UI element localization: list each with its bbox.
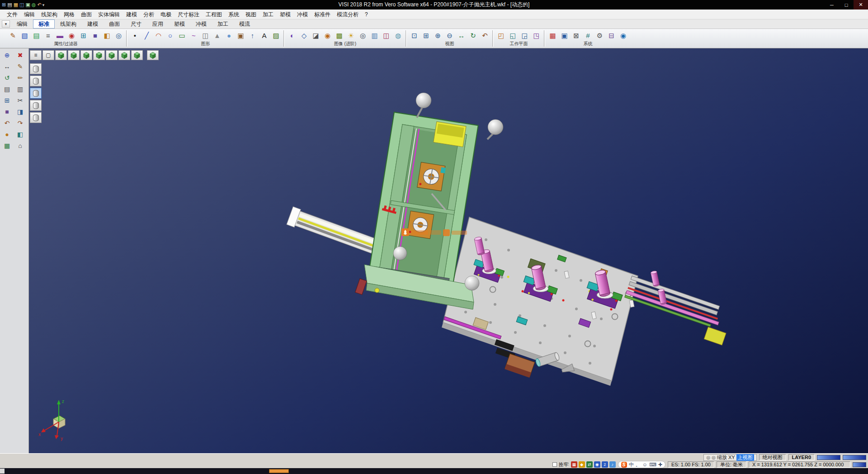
screen-icon[interactable]: ▣ — [559, 30, 570, 41]
pan-icon[interactable]: ↔ — [456, 30, 467, 41]
count-badge[interactable]: 2 — [602, 461, 608, 468]
zoom-mode-indicator[interactable]: ◎ ◎ 缩放 XY 上视图 — [703, 454, 756, 461]
menu-item[interactable]: 加工 — [259, 9, 277, 19]
palette-icon[interactable]: ▦ — [547, 30, 558, 41]
move-icon[interactable]: ↔ — [1, 61, 13, 72]
thickness-filter-icon[interactable]: ▬ — [54, 30, 66, 41]
visibility-filter-icon[interactable]: ◎ — [113, 30, 124, 41]
view-right-icon[interactable] — [93, 50, 105, 60]
layer-filter-icon[interactable]: ▤ — [31, 30, 42, 41]
taskbar-app-button[interactable] — [269, 469, 289, 473]
tab[interactable]: 建模 — [82, 19, 104, 28]
element-filter-icon[interactable]: ◉ — [66, 30, 77, 41]
shield-icon[interactable]: ◆ — [579, 461, 585, 468]
ime-punctuation[interactable]: 。 — [636, 462, 641, 467]
sogou-logo-icon[interactable]: S — [621, 462, 627, 468]
transparency-icon[interactable]: ◍ — [392, 30, 404, 41]
zoom-select-icon[interactable]: ⊕ — [1, 50, 13, 61]
ime-lang-toggle[interactable]: 中 — [629, 462, 634, 467]
menu-item[interactable]: 塑模 — [277, 9, 294, 19]
rotate-icon[interactable]: ↺ — [1, 72, 13, 83]
maximize-button[interactable]: □ — [839, 0, 854, 9]
zoom-in-icon[interactable]: ⊕ — [432, 30, 443, 41]
wireframe-icon[interactable]: ◇ — [298, 30, 310, 41]
undo-icon[interactable]: ↶ — [1, 118, 13, 128]
workplane-3point-icon[interactable]: ◲ — [519, 30, 530, 41]
solid-filter-icon[interactable]: ■ — [90, 30, 101, 41]
units-indicator[interactable]: 单位: 毫米 — [717, 461, 746, 468]
grid-snap-icon[interactable]: # — [582, 30, 594, 41]
scale-meter-1[interactable] — [817, 455, 840, 460]
ime-toolbox-icon[interactable]: ✚ — [658, 462, 662, 467]
mic-icon[interactable]: ♪ — [609, 461, 616, 468]
print-icon[interactable]: ▣ — [25, 2, 30, 7]
camera-icon[interactable]: ◎ — [357, 30, 368, 41]
filter-surfaces-icon[interactable] — [30, 88, 42, 99]
linetype-filter-icon[interactable]: ≡ — [42, 30, 54, 41]
workplane-entity-icon[interactable]: ◱ — [507, 30, 519, 41]
lock-toggle[interactable]: 拴牢 — [552, 461, 569, 468]
menu-item[interactable]: 文件 — [4, 9, 21, 19]
undo-icon[interactable]: ↶ — [37, 2, 41, 7]
calculator-icon[interactable]: ⊟ — [606, 30, 617, 41]
view-mode-indicator[interactable]: 绝对视图 — [759, 454, 786, 460]
table-icon[interactable]: ▦ — [1, 140, 13, 151]
zoom-all-icon[interactable]: ⊡ — [409, 30, 420, 41]
network-icon[interactable]: ◉ — [594, 461, 600, 468]
cylinder-icon[interactable]: ◫ — [200, 30, 211, 41]
light-icon[interactable]: ☀ — [345, 30, 357, 41]
delete-icon[interactable]: ✖ — [14, 50, 26, 61]
tool-red-icon[interactable]: ▦ — [571, 461, 577, 468]
menu-item[interactable]: 模流分析 — [334, 9, 362, 19]
lock-checkbox[interactable] — [552, 462, 557, 467]
ime-toolbar[interactable]: S 中。☺⌨✚ — [618, 461, 665, 468]
cad-model[interactable] — [29, 48, 868, 453]
solid-icon[interactable]: ■ — [1, 106, 13, 117]
menu-item[interactable]: 曲面 — [78, 9, 95, 19]
hidden-line-icon[interactable]: ◪ — [310, 30, 321, 41]
view-iso-icon[interactable] — [55, 50, 67, 60]
tab[interactable]: 尺寸 — [125, 19, 147, 28]
ime-emoji-icon[interactable]: ☺ — [642, 462, 647, 467]
menu-item[interactable]: 分析 — [140, 9, 157, 19]
menu-item[interactable]: 尺寸标注 — [175, 9, 203, 19]
arc-icon[interactable]: ◠ — [153, 30, 164, 41]
view-top-icon[interactable] — [68, 50, 80, 60]
tab[interactable]: 模流 — [234, 19, 255, 28]
texture-icon[interactable]: ▩ — [334, 30, 345, 41]
taskbar-start-edge[interactable] — [0, 469, 5, 474]
shade-icon[interactable]: ◨ — [14, 106, 26, 117]
close-button[interactable]: ✕ — [854, 0, 868, 9]
new-document-icon[interactable]: ▤ — [7, 2, 12, 7]
menu-item[interactable]: ? — [362, 9, 371, 19]
menu-item[interactable]: 电极 — [157, 9, 175, 19]
quick-access-dropdown-icon[interactable]: ▾ — [42, 3, 45, 7]
group-filter-icon[interactable]: ⊞ — [78, 30, 89, 41]
section-icon[interactable]: ◫ — [381, 30, 392, 41]
scale-meter-2[interactable] — [843, 455, 866, 460]
settings-gear-icon[interactable]: ⚙ — [594, 30, 605, 41]
zoom-out-icon[interactable]: ⊖ — [444, 30, 455, 41]
tab[interactable]: 塑模 — [169, 19, 190, 28]
cone-icon[interactable]: ▲ — [212, 30, 223, 41]
tab[interactable]: 曲面 — [104, 19, 125, 28]
modify-icon[interactable]: ✏ — [14, 72, 26, 83]
layer-indicator[interactable]: LAYER0 — [788, 454, 815, 460]
rotate-view-icon[interactable]: ↻ — [467, 30, 479, 41]
color-filter-icon[interactable]: ▧ — [19, 30, 30, 41]
windows-taskbar[interactable] — [0, 468, 868, 474]
menu-item[interactable]: 工程图 — [203, 9, 225, 19]
tab[interactable]: 应用 — [147, 19, 169, 28]
point-icon[interactable]: • — [129, 30, 141, 41]
menu-item[interactable]: 线架构 — [38, 9, 61, 19]
hatch-icon[interactable]: ▨ — [270, 30, 282, 41]
info-icon[interactable]: ◉ — [618, 30, 629, 41]
view-iso-alt-icon[interactable] — [147, 50, 159, 60]
sphere-icon[interactable]: ● — [223, 30, 235, 41]
menu-item[interactable]: 视图 — [242, 9, 259, 19]
dial-assembly-1[interactable] — [417, 162, 446, 191]
menu-item[interactable]: 标准件 — [311, 9, 334, 19]
sync-icon[interactable]: ⇄ — [586, 461, 593, 468]
layers-icon[interactable]: ▥ — [14, 84, 26, 95]
rectangle-icon[interactable]: ▭ — [176, 30, 188, 41]
